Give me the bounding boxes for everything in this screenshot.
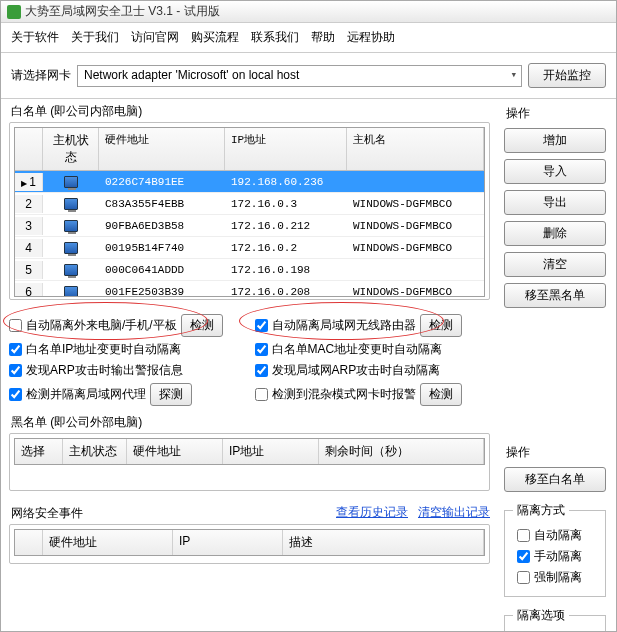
col-host[interactable]: 主机名 — [347, 128, 484, 170]
pc-icon — [64, 242, 78, 254]
menu-about-software[interactable]: 关于软件 — [11, 29, 59, 46]
menu-help[interactable]: 帮助 — [311, 29, 335, 46]
chk-auto-isolate[interactable] — [517, 529, 530, 542]
chk-manual-isolate[interactable] — [517, 550, 530, 563]
blacklist-title: 黑名单 (即公司外部电脑) — [9, 410, 490, 433]
isolate-options-group: 隔离选项 禁止访问内网 禁止访问外网 — [504, 607, 606, 631]
table-row[interactable]: 2C83A355F4EBB172.16.0.3WINDOWS-DGFMBCO — [15, 193, 484, 215]
table-row[interactable]: 400195B14F740172.16.0.2WINDOWS-DGFMBCO — [15, 237, 484, 259]
menu-about-us[interactable]: 关于我们 — [71, 29, 119, 46]
detect-foreign-button[interactable]: 检测 — [181, 314, 223, 337]
adapter-label: 请选择网卡 — [11, 67, 71, 84]
history-link[interactable]: 查看历史记录 — [336, 504, 408, 521]
delete-button[interactable]: 删除 — [504, 221, 606, 246]
export-button[interactable]: 导出 — [504, 190, 606, 215]
probe-button[interactable]: 探测 — [150, 383, 192, 406]
col-status[interactable]: 主机状态 — [43, 128, 99, 170]
adapter-select[interactable]: Network adapter 'Microsoft' on local hos… — [77, 65, 522, 87]
pc-icon — [64, 220, 78, 232]
chk-auto-isolate-foreign[interactable] — [9, 319, 22, 332]
add-button[interactable]: 增加 — [504, 128, 606, 153]
options-panel: 自动隔离外来电脑/手机/平板 检测 自动隔离局域网无线路由器 检测 白名单IP地… — [9, 310, 490, 410]
clear-button[interactable]: 清空 — [504, 252, 606, 277]
start-monitor-button[interactable]: 开始监控 — [528, 63, 606, 88]
menu-website[interactable]: 访问官网 — [131, 29, 179, 46]
col-hw[interactable]: 硬件地址 — [99, 128, 225, 170]
chk-arp-warn[interactable] — [9, 364, 22, 377]
pc-icon — [64, 286, 78, 297]
events-title: 网络安全事件 — [9, 501, 336, 524]
chk-force-isolate[interactable] — [517, 571, 530, 584]
detect-promisc-button[interactable]: 检测 — [420, 383, 462, 406]
chk-auto-isolate-router[interactable] — [255, 319, 268, 332]
ops-label-1: 操作 — [506, 105, 606, 122]
chk-arp-lan-auto[interactable] — [255, 364, 268, 377]
pc-icon — [64, 176, 78, 188]
chk-whitelist-mac-auto[interactable] — [255, 343, 268, 356]
clear-output-link[interactable]: 清空输出记录 — [418, 504, 490, 521]
events-grid[interactable]: 硬件地址 IP 描述 — [14, 529, 485, 556]
detect-router-button[interactable]: 检测 — [420, 314, 462, 337]
move-to-blacklist-button[interactable]: 移至黑名单 — [504, 283, 606, 308]
col-ip[interactable]: IP地址 — [225, 128, 347, 170]
chk-detect-promisc[interactable] — [255, 388, 268, 401]
chk-whitelist-ip-auto[interactable] — [9, 343, 22, 356]
blacklist-grid[interactable]: 选择 主机状态 硬件地址 IP地址 剩余时间（秒） — [14, 438, 485, 465]
chk-detect-proxy[interactable] — [9, 388, 22, 401]
isolate-mode-group: 隔离方式 自动隔离 手动隔离 强制隔离 — [504, 502, 606, 597]
menu-purchase[interactable]: 购买流程 — [191, 29, 239, 46]
menu-contact[interactable]: 联系我们 — [251, 29, 299, 46]
menubar: 关于软件 关于我们 访问官网 购买流程 联系我们 帮助 远程协助 — [1, 23, 616, 53]
table-row[interactable]: 390FBA6ED3B58172.16.0.212WINDOWS-DGFMBCO — [15, 215, 484, 237]
whitelist-grid[interactable]: 主机状态 硬件地址 IP地址 主机名 10226C74B91EE192.168.… — [14, 127, 485, 297]
whitelist-title: 白名单 (即公司内部电脑) — [9, 99, 490, 122]
app-icon — [7, 5, 21, 19]
move-to-whitelist-button[interactable]: 移至白名单 — [504, 467, 606, 492]
table-row[interactable]: 10226C74B91EE192.168.60.236 — [15, 171, 484, 193]
table-row[interactable]: 6001FE2503B39172.16.0.208WINDOWS-DGFMBCO — [15, 281, 484, 297]
window-title: 大势至局域网安全卫士 V3.1 - 试用版 — [25, 3, 220, 20]
pc-icon — [64, 198, 78, 210]
table-row[interactable]: 5000C0641ADDD172.16.0.198 — [15, 259, 484, 281]
import-button[interactable]: 导入 — [504, 159, 606, 184]
ops-label-2: 操作 — [506, 444, 606, 461]
menu-remote-assist[interactable]: 远程协助 — [347, 29, 395, 46]
pc-icon — [64, 264, 78, 276]
